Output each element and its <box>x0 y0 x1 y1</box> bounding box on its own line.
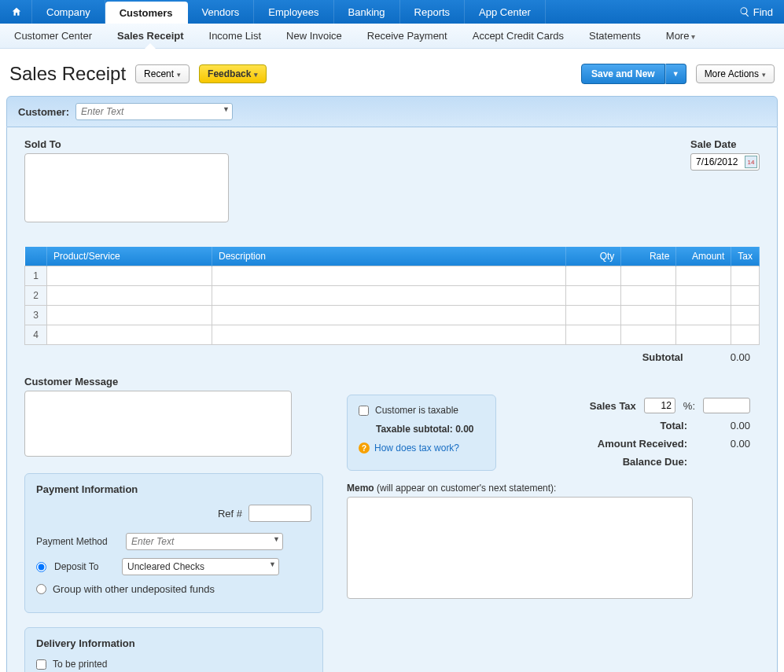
tab-employees[interactable]: Employees <box>254 0 333 24</box>
tab-reports[interactable]: Reports <box>400 0 466 24</box>
tax-help-link[interactable]: How does tax work? <box>374 442 459 454</box>
method-combo[interactable]: ▼ <box>126 533 283 550</box>
memo-label: Memo (will appear on customer's next sta… <box>347 483 556 494</box>
deposit-combo[interactable]: ▼ <box>122 558 279 575</box>
saledate-field[interactable]: 14 <box>690 153 760 171</box>
subtotal-value: 0.00 <box>731 351 750 363</box>
calendar-icon[interactable]: 14 <box>745 156 757 168</box>
table-row[interactable]: 2 <box>25 286 760 306</box>
soldto-label: Sold To <box>24 138 690 150</box>
search-icon <box>739 6 750 17</box>
pct-symbol: %: <box>683 400 695 412</box>
memo-textarea[interactable] <box>347 497 693 599</box>
subnav-income-list[interactable]: Income List <box>209 30 261 42</box>
col-tax: Tax <box>731 247 760 266</box>
deposit-label: Deposit To <box>54 561 114 572</box>
save-button[interactable]: Save and New <box>581 64 665 84</box>
amount-received-label: Amount Received: <box>598 438 687 450</box>
tab-banking[interactable]: Banking <box>334 0 400 24</box>
salestax-label: Sales Tax <box>590 400 636 412</box>
recent-button[interactable]: Recent <box>135 64 190 83</box>
memo-area: Memo (will appear on customer's next sta… <box>347 482 760 601</box>
chevron-down-icon <box>762 68 766 79</box>
tax-box: Customer is taxable Taxable subtotal: 0.… <box>347 395 496 471</box>
page-title: Sales Receipt <box>9 63 126 85</box>
total-label: Total: <box>661 420 687 431</box>
col-qty: Qty <box>566 247 621 266</box>
ref-input[interactable] <box>248 505 311 522</box>
tab-customers[interactable]: Customers <box>105 2 188 24</box>
customer-combo[interactable]: ▼ <box>75 103 233 120</box>
more-actions-button[interactable]: More Actions <box>696 64 775 83</box>
save-dropdown[interactable]: ▼ <box>665 64 686 84</box>
find-label: Find <box>753 6 773 18</box>
home-icon <box>11 6 22 17</box>
col-amount: Amount <box>676 247 731 266</box>
payment-panel: Payment Information Ref # Payment Method… <box>24 473 323 613</box>
subnav-receive-payment[interactable]: Receive Payment <box>367 30 447 42</box>
subnav-more[interactable]: More <box>666 30 695 42</box>
balance-label: Balance Due: <box>623 456 687 468</box>
ref-label: Ref # <box>218 508 242 520</box>
custmsg-label: Customer Message <box>24 376 323 387</box>
table-row[interactable]: 1 <box>25 266 760 286</box>
table-row[interactable]: 3 <box>25 306 760 325</box>
feedback-button[interactable]: Feedback <box>199 64 267 83</box>
subnav-accept-cc[interactable]: Accept Credit Cards <box>473 30 564 42</box>
customer-input[interactable] <box>75 103 233 120</box>
chevron-down-icon <box>177 68 181 79</box>
group-label: Group with other undeposited funds <box>53 583 215 595</box>
col-description: Description <box>212 247 566 266</box>
delivery-title: Delivery Information <box>36 637 311 649</box>
find-link[interactable]: Find <box>728 0 784 24</box>
col-product: Product/Service <box>47 247 212 266</box>
subnav-statements[interactable]: Statements <box>589 30 641 42</box>
taxable-label: Customer is taxable <box>375 405 458 416</box>
sub-nav: Customer Center Sales Receipt Income Lis… <box>0 24 784 49</box>
printed-checkbox[interactable] <box>36 659 46 670</box>
title-bar: Sales Receipt Recent Feedback Save and N… <box>0 49 784 96</box>
customer-label: Customer: <box>18 106 69 118</box>
delivery-panel: Delivery Information To be printed To be… <box>24 627 323 672</box>
col-num <box>25 247 47 266</box>
custmsg-textarea[interactable] <box>24 391 292 457</box>
subnav-sales-receipt[interactable]: Sales Receipt <box>117 30 184 42</box>
subtotal-label: Subtotal <box>642 351 683 363</box>
method-input[interactable] <box>126 533 283 550</box>
taxable-subtotal: Taxable subtotal: 0.00 <box>376 424 484 435</box>
line-items-table: Product/Service Description Qty Rate Amo… <box>24 247 760 345</box>
salestax-amt-input[interactable] <box>703 398 750 413</box>
method-label: Payment Method <box>36 536 118 547</box>
tab-vendors[interactable]: Vendors <box>188 0 255 24</box>
tab-appcenter[interactable]: App Center <box>465 0 546 24</box>
saledate-label: Sale Date <box>690 138 760 150</box>
tab-company[interactable]: Company <box>32 0 105 24</box>
save-split-button: Save and New ▼ <box>581 64 686 84</box>
group-radio[interactable] <box>36 584 46 594</box>
totals: Sales Tax %: Total: 0.00 Amount Received… <box>512 395 760 471</box>
col-rate: Rate <box>621 247 676 266</box>
printed-label: To be printed <box>53 659 107 670</box>
sales-receipt-form: Customer: ▼ Sold To Sale Date 14 <box>6 96 778 672</box>
customer-bar: Customer: ▼ <box>6 96 778 127</box>
help-icon: ? <box>359 442 370 454</box>
taxable-checkbox[interactable] <box>359 406 369 416</box>
chevron-down-icon <box>254 68 258 79</box>
total-value: 0.00 <box>695 420 750 431</box>
subnav-customer-center[interactable]: Customer Center <box>14 30 92 42</box>
tab-home[interactable] <box>2 0 32 24</box>
subnav-new-invoice[interactable]: New Invoice <box>286 30 342 42</box>
amount-received-value: 0.00 <box>695 438 750 450</box>
salestax-pct-input[interactable] <box>644 398 675 413</box>
deposit-input[interactable] <box>122 558 279 575</box>
payment-title: Payment Information <box>36 483 311 495</box>
top-nav: Company Customers Vendors Employees Bank… <box>0 0 784 24</box>
soldto-textarea[interactable] <box>24 153 229 222</box>
saledate-input[interactable] <box>696 156 745 167</box>
deposit-radio[interactable] <box>36 562 46 572</box>
table-row[interactable]: 4 <box>25 325 760 345</box>
